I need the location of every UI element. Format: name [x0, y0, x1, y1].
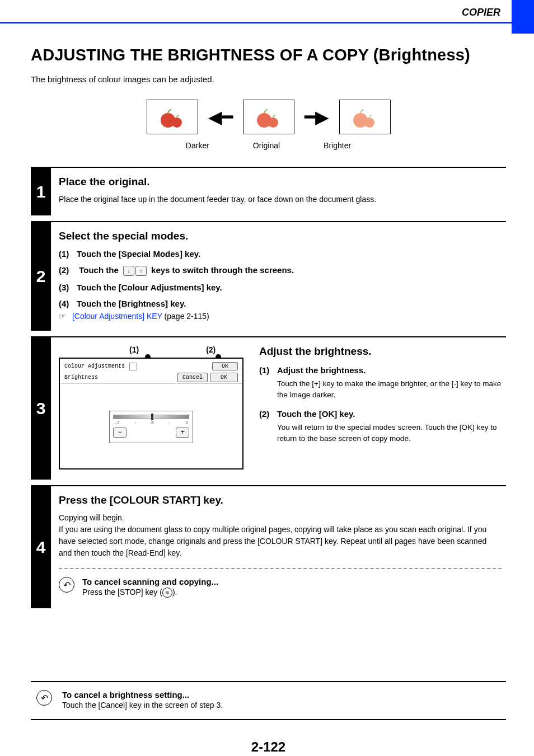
- apple-bright-icon: [348, 106, 382, 128]
- step-4-title: Press the [COLOUR START] key.: [59, 494, 502, 506]
- step-3-number: 3: [31, 337, 51, 480]
- svg-point-1: [172, 118, 182, 128]
- cancel-text-a: Press the [STOP] key (: [82, 588, 162, 597]
- undo-icon-2: ↶: [36, 690, 52, 706]
- callout-1: (1): [129, 345, 139, 354]
- step-1-number: 1: [31, 168, 51, 215]
- label-darker: Darker: [186, 141, 209, 150]
- s3-d1-text: Touch the [+] key to make the image brig…: [277, 378, 502, 401]
- s2-sub3: Touch the [Colour Adjustments] key.: [77, 283, 222, 292]
- s2-sub1-num: (1): [59, 249, 77, 259]
- section-label: COPIER: [462, 7, 500, 18]
- label-brighter: Brighter: [324, 141, 351, 150]
- reference-icon: ☞: [59, 312, 70, 321]
- bottom-note: ↶ To cancel a brightness setting... Touc…: [31, 681, 506, 720]
- s3-d2-text: You will return to the special modes scr…: [277, 422, 502, 445]
- callout-2: (2): [206, 345, 216, 354]
- dashed-separator: [59, 568, 502, 569]
- minus-button[interactable]: −: [113, 428, 127, 438]
- step-4-text1: Copying will begin.: [59, 512, 502, 524]
- tick-dot2: ·: [168, 420, 171, 425]
- s2-sub2b: keys to switch through the screens.: [151, 265, 294, 275]
- s2-sub4: Touch the [Brightness] key.: [77, 299, 186, 308]
- step-2-number: 2: [31, 222, 51, 331]
- brightness-slider[interactable]: [113, 415, 189, 419]
- illustration-labels: Darker Original Brighter: [31, 141, 506, 150]
- apple-mid-icon: [252, 106, 285, 128]
- panel-cancel-button[interactable]: Cancel: [177, 373, 208, 382]
- panel-ok-top-button[interactable]: OK: [212, 362, 238, 370]
- arrow-right-icon: ━▶: [305, 108, 329, 126]
- section-tab: [512, 0, 534, 34]
- cancel-title: To cancel scanning and copying...: [82, 577, 218, 586]
- panel-ok-button[interactable]: OK: [210, 373, 238, 382]
- tick-mid: 0: [151, 420, 154, 425]
- slider-handle[interactable]: [151, 414, 153, 420]
- page-number: 2-122: [31, 739, 506, 755]
- undo-icon: ↶: [59, 577, 74, 593]
- step-3-title: Adjust the brightness.: [259, 345, 502, 358]
- step-4-text2: If you are using the document glass to c…: [59, 524, 502, 559]
- colour-adjustments-link[interactable]: [Colour Adjustments] KEY: [72, 312, 162, 321]
- illus-original: [243, 100, 294, 134]
- step-2: 2 Select the special modes. (1)Touch the…: [31, 221, 506, 331]
- panel-title: Colour Adjustments: [64, 363, 125, 369]
- step-1-text: Place the original face up in the docume…: [59, 194, 502, 205]
- s2-sub1: Touch the [Special Modes] key.: [77, 249, 200, 259]
- brightness-slider-box: -2 · 0 · 2 − +: [109, 411, 193, 443]
- s3-d1-title: Adjust the brightness.: [277, 365, 366, 375]
- scroll-down-icon: ↓: [123, 266, 134, 276]
- intro-text: The brightness of colour images can be a…: [31, 74, 506, 84]
- panel-subtitle: Brightness: [64, 374, 98, 381]
- plus-button[interactable]: +: [176, 428, 189, 438]
- s3-d2-title: Touch the [OK] key.: [277, 409, 355, 419]
- s2-sub2a: Touch the: [79, 265, 119, 275]
- s3-d1-num: (1): [259, 365, 277, 375]
- stop-key-icon: ⊚: [162, 588, 172, 598]
- illus-darker: [147, 100, 198, 134]
- s2-sub2-num: (2): [59, 265, 77, 275]
- step-1: 1 Place the original. Place the original…: [31, 167, 506, 215]
- svg-point-3: [268, 118, 278, 128]
- arrow-left-icon: ◀━: [208, 108, 233, 126]
- panel-icon: [129, 363, 137, 370]
- header-bar: COPIER: [0, 0, 534, 24]
- tick-dot1: ·: [134, 420, 137, 425]
- scroll-up-icon: ↑: [135, 266, 147, 276]
- step-4-number: 4: [31, 486, 51, 608]
- apple-dark-icon: [156, 106, 189, 128]
- s3-d2-num: (2): [259, 409, 277, 419]
- ref-page: (page 2-115): [162, 312, 209, 321]
- step-4: 4 Press the [COLOUR START] key. Copying …: [31, 485, 506, 608]
- bottom-note-text: Touch the [Cancel] key in the screen of …: [62, 699, 223, 711]
- tick-low: -2: [114, 420, 120, 425]
- touchscreen-panel: Colour Adjustments OK Brightness Cancel …: [59, 358, 243, 469]
- bottom-note-title: To cancel a brightness setting...: [62, 690, 223, 699]
- page-title: ADJUSTING THE BRIGHTNESS OF A COPY (Brig…: [31, 46, 506, 64]
- step-3: 3 (1) (2) Colour Adjustmen: [31, 336, 506, 480]
- s2-sub4-num: (4): [59, 299, 77, 308]
- label-original: Original: [253, 141, 280, 150]
- svg-point-5: [364, 118, 374, 128]
- step-2-title: Select the special modes.: [59, 230, 502, 242]
- brightness-illustration: ◀━ ━▶: [31, 100, 506, 134]
- s2-sub3-num: (3): [59, 283, 77, 292]
- cancel-text-b: ).: [172, 588, 177, 597]
- tick-high: 2: [185, 420, 188, 425]
- illus-brighter: [339, 100, 391, 134]
- step-1-title: Place the original.: [59, 176, 502, 188]
